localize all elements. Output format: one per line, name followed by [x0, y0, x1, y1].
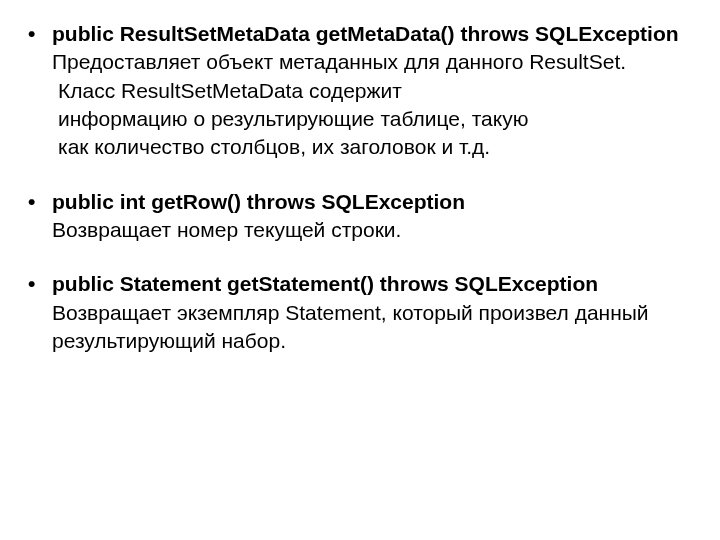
method-extra-line: информацию о результирующие таблице, так… — [52, 105, 690, 133]
method-description: Возвращает номер текущей строки. — [52, 216, 690, 244]
method-signature: public int getRow() throws SQLException — [52, 190, 465, 213]
method-signature: public Statement getStatement() throws S… — [52, 272, 598, 295]
list-item: public int getRow() throws SQLException … — [20, 188, 690, 245]
method-description: Предоставляет объект метаданных для данн… — [52, 48, 690, 76]
list-item: public Statement getStatement() throws S… — [20, 270, 690, 355]
method-description: Возвращает экземпляр Statement, который … — [52, 299, 690, 356]
method-extra-line: как количество столбцов, их заголовок и … — [52, 133, 690, 161]
method-extra-line: Класс ResultSetMetaData содержит — [52, 77, 690, 105]
method-list: public ResultSetMetaData getMetaData() t… — [20, 20, 690, 355]
list-item: public ResultSetMetaData getMetaData() t… — [20, 20, 690, 162]
method-signature: public ResultSetMetaData getMetaData() t… — [52, 22, 679, 45]
